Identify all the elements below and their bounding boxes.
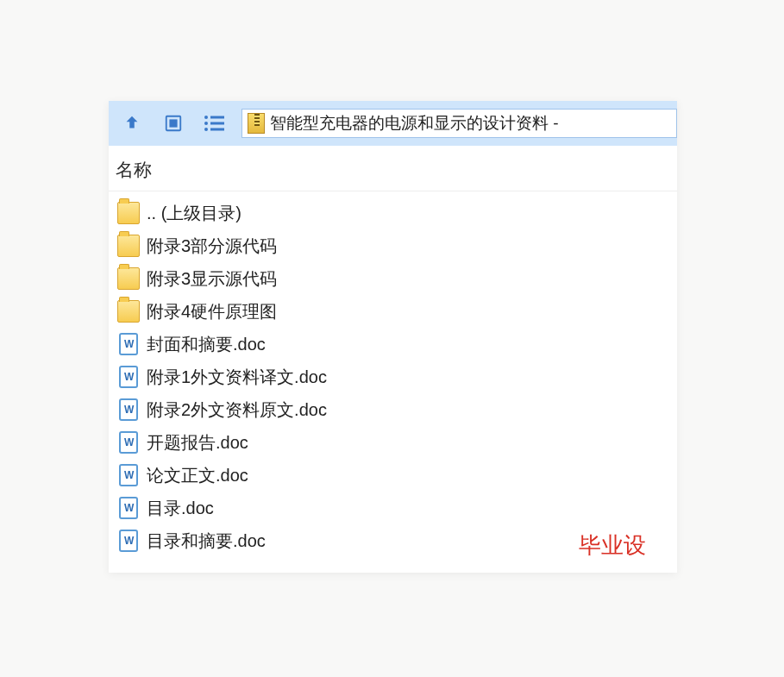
list-icon xyxy=(204,114,226,133)
list-item[interactable]: 附录2外文资料原文.doc xyxy=(112,393,677,426)
folder-icon xyxy=(117,235,140,257)
list-item[interactable]: 附录1外文资料译文.doc xyxy=(112,360,677,393)
file-name: 附录2外文资料原文.doc xyxy=(147,398,327,422)
archive-icon xyxy=(248,113,265,134)
list-view-button[interactable] xyxy=(200,109,229,138)
folder-icon xyxy=(117,267,140,290)
toolbar: 智能型充电器的电源和显示的设计资料 - xyxy=(109,101,677,146)
doc-icon xyxy=(117,530,140,552)
svg-point-4 xyxy=(204,122,208,125)
breadcrumb[interactable]: 智能型充电器的电源和显示的设计资料 - xyxy=(241,109,677,138)
arrow-up-icon xyxy=(122,114,141,133)
file-list: .. (上级目录) 附录3部分源代码 附录3显示源代码 附录4硬件原理图 封面和… xyxy=(109,191,677,557)
layout-icon xyxy=(164,114,183,133)
list-item[interactable]: 目录.doc xyxy=(112,492,677,524)
list-item[interactable]: 开题报告.doc xyxy=(112,426,677,459)
folder-icon xyxy=(117,202,140,224)
column-header-name[interactable]: 名称 xyxy=(109,146,677,191)
doc-icon xyxy=(117,431,140,454)
list-item[interactable]: 论文正文.doc xyxy=(112,459,677,492)
list-item[interactable]: 附录3显示源代码 xyxy=(112,262,677,295)
file-name: 附录3部分源代码 xyxy=(147,235,277,258)
doc-icon xyxy=(117,497,140,519)
window: 智能型充电器的电源和显示的设计资料 - 名称 .. (上级目录) 附录3部分源代… xyxy=(109,101,677,573)
file-name: 附录3显示源代码 xyxy=(147,267,277,291)
list-item[interactable]: 目录和摘要.doc xyxy=(112,524,677,557)
list-item[interactable]: .. (上级目录) xyxy=(112,197,677,229)
list-item[interactable]: 封面和摘要.doc xyxy=(112,328,677,360)
file-name: 附录4硬件原理图 xyxy=(147,300,277,323)
doc-icon xyxy=(117,398,140,421)
up-button[interactable] xyxy=(117,109,147,138)
svg-rect-1 xyxy=(169,119,177,127)
file-name: 附录1外文资料译文.doc xyxy=(147,366,327,389)
list-item[interactable]: 附录3部分源代码 xyxy=(112,229,677,262)
doc-icon xyxy=(117,333,140,355)
doc-icon xyxy=(117,464,140,486)
svg-point-2 xyxy=(204,116,208,119)
file-name: 开题报告.doc xyxy=(147,431,248,454)
file-name: .. (上级目录) xyxy=(147,202,241,225)
boxed-view-button[interactable] xyxy=(159,109,188,138)
svg-rect-5 xyxy=(210,122,224,125)
svg-rect-3 xyxy=(210,116,224,119)
folder-icon xyxy=(117,300,140,323)
doc-icon xyxy=(117,366,140,388)
breadcrumb-title: 智能型充电器的电源和显示的设计资料 - xyxy=(270,112,559,135)
file-name: 目录和摘要.doc xyxy=(147,530,266,553)
list-item[interactable]: 附录4硬件原理图 xyxy=(112,295,677,328)
svg-rect-7 xyxy=(210,129,224,131)
file-name: 封面和摘要.doc xyxy=(147,333,266,356)
svg-point-6 xyxy=(204,128,208,131)
file-name: 目录.doc xyxy=(147,497,214,520)
file-name: 论文正文.doc xyxy=(147,464,248,487)
